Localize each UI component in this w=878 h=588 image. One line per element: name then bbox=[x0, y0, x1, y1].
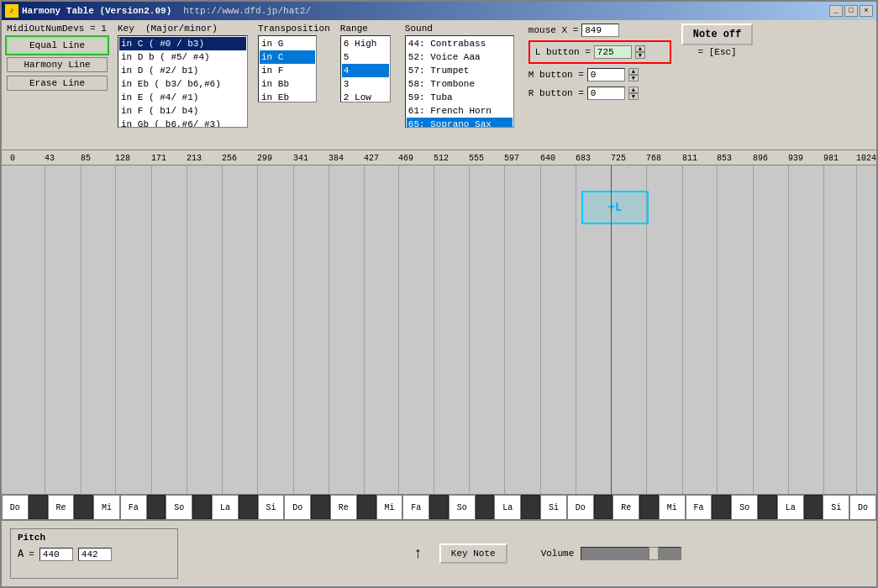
key-do-1[interactable]: Do bbox=[2, 495, 29, 519]
key-section: Key (Major/minor) in C ( #0 / b3) in D b… bbox=[118, 24, 248, 128]
transposition-listbox[interactable]: in G in C in F in Bb in Eb bbox=[258, 35, 317, 102]
range-item-5[interactable]: 5 bbox=[342, 50, 389, 64]
key-item-4[interactable]: in E ( #4/ #1) bbox=[119, 91, 246, 104]
key-b13[interactable] bbox=[712, 495, 731, 519]
harmony-line-button[interactable]: Harmony Line bbox=[7, 57, 108, 72]
key-so-3[interactable]: So bbox=[731, 495, 758, 519]
trans-item-c[interactable]: in C bbox=[260, 50, 315, 64]
key-so-2[interactable]: So bbox=[449, 495, 476, 519]
key-re-2[interactable]: Re bbox=[330, 495, 357, 519]
key-b9[interactable] bbox=[476, 495, 495, 519]
key-si-2[interactable]: Si bbox=[540, 495, 567, 519]
key-b2[interactable] bbox=[74, 495, 93, 519]
trans-item-eb[interactable]: in Eb bbox=[260, 91, 315, 102]
range-item-high[interactable]: 6 High bbox=[342, 37, 389, 50]
key-b3[interactable] bbox=[147, 495, 166, 519]
ruler-299: 299 bbox=[257, 154, 272, 163]
erase-line-button[interactable]: Erase Line bbox=[7, 76, 108, 91]
sound-listbox[interactable]: 44: Contrabass 52: Voice Aaa 57: Trumpet… bbox=[405, 35, 514, 128]
range-item-low[interactable]: 2 Low bbox=[342, 91, 389, 102]
l-button-down[interactable]: ▼ bbox=[635, 52, 645, 59]
trans-item-f[interactable]: in F bbox=[260, 64, 315, 77]
sound-item-3[interactable]: 58: Trombone bbox=[407, 77, 513, 91]
r-button-input[interactable] bbox=[587, 87, 625, 100]
key-fa-2[interactable]: Fa bbox=[402, 495, 429, 519]
range-item-4[interactable]: 4 bbox=[342, 64, 389, 77]
sound-item-6[interactable]: 65: Soprano Sax bbox=[407, 118, 513, 128]
key-b6[interactable] bbox=[311, 495, 330, 519]
r-button-row: R button = ▲ ▼ bbox=[528, 86, 671, 101]
key-b14[interactable] bbox=[758, 495, 777, 519]
volume-slider[interactable] bbox=[581, 547, 681, 560]
key-do-3[interactable]: Do bbox=[567, 495, 594, 519]
grid-area[interactable]: +L bbox=[2, 165, 876, 494]
key-b10[interactable] bbox=[521, 495, 540, 519]
key-item-2[interactable]: in D ( #2/ b1) bbox=[119, 64, 246, 77]
key-note-button[interactable]: Key Note bbox=[439, 543, 507, 564]
key-la-2[interactable]: La bbox=[494, 495, 521, 519]
m-button-down[interactable]: ▼ bbox=[628, 75, 639, 81]
key-b1[interactable] bbox=[29, 495, 48, 519]
key-fa-1[interactable]: Fa bbox=[120, 495, 147, 519]
range-listbox[interactable]: 6 High 5 4 3 2 Low bbox=[340, 35, 391, 102]
key-item-3[interactable]: in Eb ( b3/ b6,#6) bbox=[119, 77, 246, 91]
key-mi-3[interactable]: Mi bbox=[659, 495, 686, 519]
trans-item-g[interactable]: in G bbox=[260, 37, 315, 50]
sound-title: Sound bbox=[405, 24, 518, 34]
r-button-up[interactable]: ▲ bbox=[628, 87, 639, 93]
ruler: 0 43 85 128 171 213 256 299 341 384 427 … bbox=[2, 150, 876, 165]
sound-item-4[interactable]: 59: Tuba bbox=[407, 91, 513, 104]
key-b11[interactable] bbox=[594, 495, 613, 519]
trans-item-bb[interactable]: in Bb bbox=[260, 77, 315, 91]
key-item-5[interactable]: in F ( b1/ b4) bbox=[119, 104, 246, 118]
sound-item-0[interactable]: 44: Contrabass bbox=[407, 37, 513, 50]
key-listbox[interactable]: in C ( #0 / b3) in D b ( #5/ #4) in D ( … bbox=[118, 35, 248, 128]
m-button-input[interactable] bbox=[587, 68, 625, 81]
key-b5[interactable] bbox=[239, 495, 258, 519]
close-button[interactable]: × bbox=[860, 5, 873, 17]
key-si-1[interactable]: Si bbox=[258, 495, 285, 519]
key-b15[interactable] bbox=[804, 495, 823, 519]
grid-line bbox=[682, 165, 683, 494]
ruler-981: 981 bbox=[823, 154, 839, 163]
key-b7[interactable] bbox=[357, 495, 376, 519]
r-button-spinner: ▲ ▼ bbox=[628, 87, 639, 100]
key-item-1[interactable]: in D b ( #5/ #4) bbox=[119, 50, 246, 64]
m-button-up[interactable]: ▲ bbox=[628, 68, 639, 75]
pitch-442-input[interactable] bbox=[78, 548, 112, 561]
key-la-1[interactable]: La bbox=[212, 495, 239, 519]
key-re-1[interactable]: Re bbox=[48, 495, 75, 519]
playhead-line bbox=[611, 165, 612, 494]
r-button-down[interactable]: ▼ bbox=[628, 93, 639, 100]
sound-item-5[interactable]: 61: French Horn bbox=[407, 104, 513, 118]
l-button-input[interactable] bbox=[594, 45, 632, 59]
maximize-button[interactable]: □ bbox=[844, 5, 858, 17]
key-item-0[interactable]: in C ( #0 / b3) bbox=[119, 37, 246, 50]
key-la-3[interactable]: La bbox=[777, 495, 804, 519]
l-button-up[interactable]: ▲ bbox=[635, 45, 645, 52]
key-do-2[interactable]: Do bbox=[284, 495, 311, 519]
key-si-3[interactable]: Si bbox=[823, 495, 849, 519]
transposition-section: Transposition in G in C in F in Bb in Eb bbox=[258, 24, 330, 102]
key-mi-2[interactable]: Mi bbox=[376, 495, 403, 519]
mouse-x-input[interactable] bbox=[581, 24, 619, 37]
key-do-4[interactable]: Do bbox=[849, 495, 876, 519]
key-b12[interactable] bbox=[639, 495, 659, 519]
key-b4[interactable] bbox=[192, 495, 212, 519]
key-fa-3[interactable]: Fa bbox=[686, 495, 712, 519]
note-off-button[interactable]: Note off bbox=[681, 24, 754, 45]
key-so-1[interactable]: So bbox=[166, 495, 192, 519]
equal-line-button[interactable]: Equal Line bbox=[7, 37, 108, 54]
sound-item-1[interactable]: 52: Voice Aaa bbox=[407, 50, 513, 64]
m-button-spinner: ▲ ▼ bbox=[628, 68, 639, 81]
note-off-section: Note off = [Esc] bbox=[681, 24, 754, 57]
main-window: ♪ Harmony Table (Version2.09) http://www… bbox=[0, 0, 878, 588]
key-item-6[interactable]: in Gb ( b6,#6/ #3) bbox=[119, 118, 246, 128]
sound-item-2[interactable]: 57: Trumpet bbox=[407, 64, 513, 77]
minimize-button[interactable]: _ bbox=[829, 5, 843, 17]
range-item-3[interactable]: 3 bbox=[342, 77, 389, 91]
key-re-3[interactable]: Re bbox=[612, 495, 639, 519]
pitch-440-input[interactable] bbox=[39, 548, 73, 561]
key-b8[interactable] bbox=[429, 495, 449, 519]
key-mi-1[interactable]: Mi bbox=[93, 495, 120, 519]
